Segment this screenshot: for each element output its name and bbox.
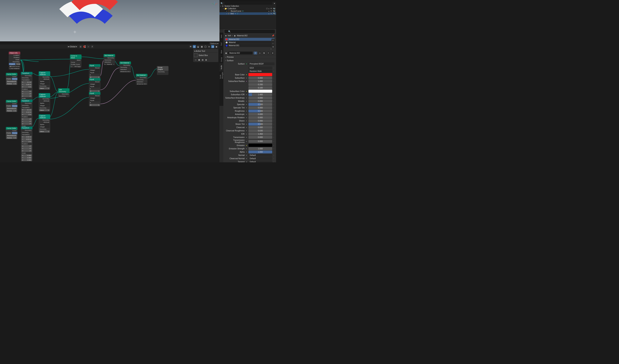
vtab-view[interactable]: View — [219, 48, 223, 56]
node-capture-attribute-1[interactable]: Capture Attribute Geometry Attribute Spl… — [39, 71, 50, 90]
node-object-info[interactable]: Object Info Location Rotation Scale Geom… — [9, 52, 20, 70]
node-curve-circle-2[interactable]: Curve Circle Curve PointsRadius Resoluti… — [6, 100, 17, 112]
surface-tangent[interactable]: Default — [248, 160, 272, 162]
fake-user-icon[interactable]: ◇ — [258, 51, 261, 55]
shading-preview-icon[interactable]: ◑ — [211, 45, 214, 48]
surface-subsurface-radius-2[interactable]: 0.100 — [248, 86, 272, 89]
node-set-material-1[interactable]: Set Material Geometry Geometry Selection… — [104, 54, 115, 65]
surface-alpha[interactable]: 1.000 — [248, 151, 272, 154]
geometry-node-editor[interactable]: Object Info Location Rotation Scale Geom… — [0, 49, 219, 162]
visibility-icon[interactable]: 👁 — [189, 45, 192, 48]
shading-render-icon[interactable]: ◉ — [215, 45, 218, 48]
surface-anisotropic[interactable]: 0.000 — [248, 113, 272, 116]
surface-clearcoat[interactable]: 0.000 — [248, 126, 272, 129]
node-transform-3[interactable]: Transform GeometryGeometry Translation: … — [21, 126, 32, 161]
gizmo-toggle-icon[interactable]: ◐ — [193, 45, 196, 48]
shading-solid-icon[interactable]: ● — [208, 45, 211, 48]
surface-sheen-tint[interactable]: 0.500 — [248, 123, 272, 126]
surface-specular[interactable]: 0.500 — [248, 103, 272, 106]
select-mode-new[interactable]: ▭ — [194, 58, 197, 61]
subsurf-method-select[interactable]: Random Walk — [248, 70, 272, 73]
node-curve-circle-3[interactable]: Curve Circle Curve PointsRadius Resoluti… — [6, 127, 17, 139]
select-mode-int[interactable]: ▥ — [204, 58, 208, 61]
surface-subsurface-anisotropy[interactable]: 0.000 — [248, 97, 272, 99]
surface-roughness[interactable]: 0.500 — [248, 110, 272, 112]
preview-header[interactable]: ▸Preview — [223, 56, 276, 59]
filter-icon[interactable]: ▾ — [274, 2, 275, 4]
node-set-material-3[interactable]: Set Material GeometryGeometrySelection ●… — [136, 74, 147, 85]
material-slot-list[interactable]: Material.002 Material Material.001 + − ▾ — [223, 37, 276, 48]
outliner-scene[interactable]: ▾🗋Scene Collection — [219, 5, 276, 7]
node-equal-2[interactable]: EqualResult IntegerEqual AB1 — [89, 78, 100, 92]
material-slot-0[interactable]: Material.002 — [225, 38, 275, 41]
orientation-gizmo[interactable] — [211, 1, 219, 9]
orientation-select[interactable]: ⬌ Global ▾ — [67, 45, 78, 48]
outliner[interactable]: 🔍▾ ▾🗋Scene Collection ▾📁Collection☑▸👁📷 ▸… — [219, 0, 276, 29]
select-mode-sub[interactable]: ▤ — [201, 58, 204, 61]
surface-subsurface[interactable]: 0.000 — [248, 77, 272, 79]
node-curve-circle-1[interactable]: Curve Circle Curve PointsRadius Resoluti… — [6, 73, 17, 85]
node-equal-1[interactable]: Equal Result Integer Equal A B1 — [89, 64, 100, 78]
pivot-icon[interactable]: ⊙ — [79, 45, 82, 48]
vtab-node[interactable]: Node — [219, 63, 223, 71]
surface-metallic[interactable]: 0.000 — [248, 100, 272, 103]
surface-clearcoat-normal[interactable]: Default — [248, 157, 272, 160]
props-search-input[interactable] — [225, 30, 275, 33]
surface-specular-tint[interactable]: 0.000 — [248, 106, 272, 109]
surface-subsurface-ior[interactable]: 1.400 — [248, 93, 272, 96]
surface-transmission[interactable]: 0.000 — [248, 136, 272, 139]
distribution-select[interactable]: GGX — [248, 67, 272, 69]
surface-anisotropic-rotation[interactable]: 0.000 — [248, 116, 272, 119]
surface-base-color[interactable] — [248, 73, 272, 76]
surface-emission[interactable] — [248, 144, 272, 147]
chevron-down-icon[interactable]: ▾ — [271, 48, 271, 50]
unlink-icon[interactable]: × — [267, 51, 270, 55]
node-capture-attribute-2[interactable]: Capture Attribute GeometryAttribute Spli… — [39, 93, 50, 112]
surface-sheen[interactable]: 0.000 — [248, 119, 272, 122]
outliner-item-vert[interactable]: ▸▽Vert✎▽▸👁📷 — [219, 12, 276, 15]
active-tool-name: Select Box — [199, 54, 208, 56]
surface-clearcoat-roughness[interactable]: 0.030 — [248, 129, 272, 132]
vtab-tool[interactable]: Tool — [219, 40, 223, 48]
shading-wire-icon[interactable]: ◯ — [204, 45, 207, 48]
material-slot-1[interactable]: Material — [225, 41, 275, 44]
proportional-icon[interactable]: ○ — [87, 45, 90, 48]
node-set-material-2[interactable]: Set Material GeometryGeometrySelection ●… — [119, 61, 131, 73]
outliner-search-input[interactable] — [225, 2, 272, 5]
new-dup-icon[interactable]: 🗎 — [263, 51, 266, 55]
surface-subsurface-radius-1[interactable]: 0.200 — [248, 83, 272, 86]
pin-icon[interactable]: 📌 — [272, 35, 274, 37]
remove-slot-icon[interactable]: − — [271, 42, 275, 45]
surface-emission-strength[interactable]: 1.000 — [248, 147, 272, 150]
node-join-geometry[interactable]: Join Geometry Geometry Geometry — [58, 88, 70, 97]
vtab-wrangler[interactable]: Node Wrangler — [219, 71, 223, 79]
nodes-toggle-icon[interactable]: ▾ — [271, 51, 274, 55]
surface-ior[interactable]: 1.450 — [248, 133, 272, 135]
vtab-item[interactable]: Item — [219, 32, 223, 40]
surface-subsurface-color[interactable] — [248, 90, 272, 93]
breadcrumb[interactable]: ■Vert›◉Material.002 📌 — [223, 34, 276, 37]
node-curve-to-mesh[interactable]: Curve to Mesh Mesh Curve Profile Curve ☐… — [70, 55, 82, 68]
surface-subsurface-radius-0[interactable]: 1.000 — [248, 80, 272, 83]
slot-menu-icon[interactable]: ▾ — [271, 45, 275, 48]
xray-icon[interactable]: ▦ — [200, 45, 203, 48]
surface-normal[interactable]: Default — [248, 154, 272, 157]
select-mode-extend[interactable]: ▦ — [197, 58, 200, 61]
overlay-icon[interactable]: ◒ — [197, 45, 199, 48]
material-name-field[interactable]: Material.002 — [228, 52, 253, 55]
node-group-output[interactable]: Group Output Geometry — [157, 66, 169, 75]
vtab-group[interactable]: Group — [219, 56, 223, 63]
material-users[interactable]: 2 — [254, 52, 257, 55]
add-slot-icon[interactable]: + — [271, 39, 275, 42]
outliner-item-beziercurve[interactable]: ▸〰BezierCurve⟳▸👁📷 — [219, 10, 276, 12]
node-equal-3[interactable]: EqualResult IntegerEqual AB1 — [89, 92, 100, 106]
lambda-icon[interactable]: 𝛬 — [91, 45, 94, 48]
material-slot-2[interactable]: Material.001 — [225, 44, 275, 47]
surface-shader-select[interactable]: Principled BSDF — [248, 62, 275, 65]
outliner-collection[interactable]: ▾📁Collection☑▸👁📷 — [219, 7, 276, 10]
3d-viewport[interactable]: ✛ — [0, 0, 219, 41]
surface-transmission-roughness[interactable]: 0.000 — [248, 140, 272, 143]
snap-icon[interactable]: 🧲 — [83, 45, 86, 48]
surface-header[interactable]: ▾Surface — [223, 59, 276, 62]
node-capture-attribute-3[interactable]: Capture Attribute GeometryAttribute Spli… — [39, 114, 50, 133]
